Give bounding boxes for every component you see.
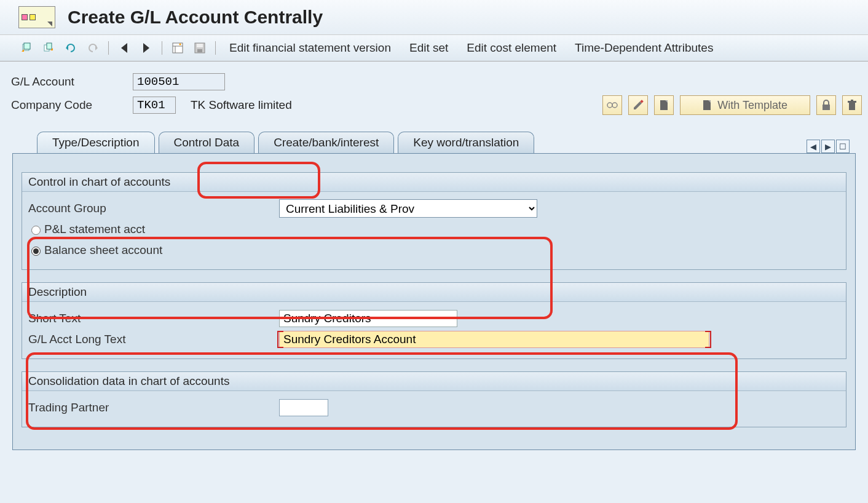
undo-icon[interactable] [63,40,79,56]
short-text-input[interactable] [279,310,457,327]
next-icon[interactable] [138,40,154,56]
long-text-input[interactable] [279,331,709,348]
svg-rect-22 [660,100,668,110]
svg-rect-28 [848,101,856,103]
description-group: Description Short Text G/L Acct Long Tex… [22,282,846,359]
svg-point-17 [607,103,612,108]
bs-radio-label: Balance sheet account [44,244,162,257]
gl-account-label: G/L Account [11,75,127,89]
pl-radio[interactable] [31,226,41,235]
edit-fsv-link[interactable]: Edit financial statement version [223,40,397,56]
account-group-row: Account Group Current Liabilities & Prov [28,198,840,219]
with-template-label: With Template [717,99,787,112]
pl-radio-label: P&L statement acct [44,223,145,236]
edit-button[interactable] [628,95,648,115]
account-group-label: Account Group [28,202,274,215]
svg-marker-8 [121,43,127,53]
company-code-row: Company Code TK Software limited With Te… [11,93,862,117]
svg-rect-26 [823,105,830,110]
svg-rect-24 [703,100,711,110]
control-chart-title: Control in chart of accounts [22,173,846,192]
svg-rect-29 [851,100,853,101]
svg-rect-4 [47,43,52,49]
control-chart-group: Control in chart of accounts Account Gro… [22,172,846,270]
tab-scroll-left-icon[interactable]: ◀ [807,140,820,153]
tab-create-bank-interest[interactable]: Create/bank/interest [258,132,394,153]
toolbar-separator [215,41,216,55]
long-text-row: G/L Acct Long Text [28,329,840,350]
short-text-row: Short Text [28,308,840,329]
company-code-name: TK Software limited [191,98,292,112]
create-new-button[interactable] [654,95,674,115]
toolbar-separator [108,41,109,55]
tab-keyword-translation[interactable]: Key word/translation [398,132,534,153]
short-text-label: Short Text [28,312,274,325]
toolbar: Edit financial statement version Edit se… [0,35,868,61]
bs-radio-row[interactable]: Balance sheet account [28,240,840,261]
long-text-label: G/L Acct Long Text [28,333,274,346]
svg-point-18 [612,103,617,108]
field-bracket-right-icon [705,331,711,348]
svg-rect-27 [849,103,855,110]
save-icon[interactable] [192,40,208,56]
trading-partner-input[interactable] [279,399,328,416]
page-title: Create G/L Account Centrally [68,7,323,28]
tab-type-description[interactable]: Type/Description [37,132,155,153]
edit-set-link[interactable]: Edit set [403,40,454,56]
with-template-button[interactable]: With Template [680,95,810,115]
header-fields: G/L Account Company Code TK Software lim… [0,61,868,125]
tab-list-icon[interactable]: ☐ [836,140,850,153]
lock-button[interactable] [816,95,836,115]
app-mode-icon[interactable] [18,6,55,28]
svg-rect-1 [24,43,30,49]
svg-rect-10 [173,43,183,53]
title-bar: Create G/L Account Centrally [0,0,868,35]
field-bracket-left-icon [277,331,283,348]
edit-cost-element-link[interactable]: Edit cost element [460,40,562,56]
pl-radio-row[interactable]: P&L statement acct [28,219,840,240]
tab-panel: Control in chart of accounts Account Gro… [12,153,856,450]
svg-point-13 [180,44,181,46]
prev-icon[interactable] [116,40,132,56]
svg-rect-16 [197,49,202,52]
copy-icon[interactable] [41,40,57,56]
trading-partner-row: Trading Partner [28,397,840,418]
consolidation-group: Consolidation data in chart of accounts … [22,371,846,427]
redo-icon[interactable] [85,40,101,56]
delete-button[interactable] [842,95,862,115]
gl-account-row: G/L Account [11,70,862,93]
create-icon[interactable] [18,40,34,56]
bs-radio[interactable] [31,247,41,256]
svg-marker-20 [634,101,642,109]
svg-rect-15 [197,44,203,47]
layout-icon[interactable] [170,40,186,56]
display-button[interactable] [602,95,622,115]
svg-marker-9 [143,43,149,53]
trading-partner-label: Trading Partner [28,401,274,414]
consolidation-title: Consolidation data in chart of accounts [22,372,846,391]
tab-scroll-right-icon[interactable]: ▶ [821,140,835,153]
tab-control-data[interactable]: Control Data [159,132,255,153]
account-group-select[interactable]: Current Liabilities & Prov [279,199,537,218]
tab-strip: Type/Description Control Data Create/ban… [37,132,868,153]
toolbar-separator [162,41,162,55]
gl-account-input[interactable] [133,73,225,90]
time-dependent-link[interactable]: Time-Dependent Attributes [569,40,719,56]
company-code-input[interactable] [133,97,176,114]
description-title: Description [22,283,846,302]
company-code-label: Company Code [11,98,127,112]
